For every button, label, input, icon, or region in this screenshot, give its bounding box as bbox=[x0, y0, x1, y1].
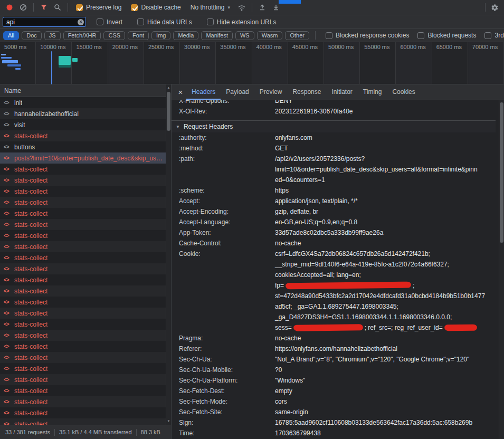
checkbox-blocked-requests[interactable]: Blocked requests bbox=[417, 32, 476, 39]
network-request-row[interactable]: <>stats-collect bbox=[0, 208, 171, 219]
filter-pill-fetch-xhr[interactable]: Fetch/XHR bbox=[63, 31, 101, 40]
request-headers-section[interactable]: ▼Request Headers bbox=[172, 120, 496, 132]
checkbox-label: Preserve log bbox=[86, 4, 121, 11]
timeline-overview[interactable]: 5000 ms10000 ms15000 ms20000 ms25000 ms3… bbox=[0, 42, 504, 84]
disclosure-triangle-icon[interactable]: ▼ bbox=[176, 125, 180, 129]
network-request-row[interactable]: <>init bbox=[0, 97, 171, 108]
header-name: :scheme: bbox=[172, 185, 275, 196]
preserve-log-checkbox[interactable]: Preserve log bbox=[76, 4, 121, 11]
settings-gear-icon[interactable] bbox=[488, 2, 501, 13]
network-request-row[interactable]: <>stats-collect bbox=[0, 385, 171, 396]
scrollbar-thumb[interactable] bbox=[500, 102, 503, 243]
network-request-row[interactable]: <>stats-collect bbox=[0, 219, 171, 230]
scrollbar-thumb[interactable] bbox=[167, 92, 170, 131]
filter-pill-manifest[interactable]: Manifest bbox=[201, 31, 233, 40]
checkbox-box[interactable] bbox=[417, 32, 424, 39]
name-column-header[interactable]: Name bbox=[0, 84, 171, 97]
filter-pill-wasm[interactable]: Wasm bbox=[257, 31, 283, 40]
filter-pill-css[interactable]: CSS bbox=[103, 31, 125, 40]
network-request-row[interactable]: <>stats-collect bbox=[0, 363, 171, 374]
close-icon[interactable]: × bbox=[175, 88, 186, 97]
hide-extension-urls-checkbox[interactable]: Hide extension URLs bbox=[207, 18, 277, 26]
scroll-up-icon[interactable]: ▲ bbox=[166, 85, 171, 91]
network-request-row[interactable]: <>stats-collect bbox=[0, 319, 171, 330]
filter-pill-font[interactable]: Font bbox=[128, 31, 149, 40]
throttling-select[interactable]: No throttling ▾ bbox=[191, 4, 230, 11]
network-request-row[interactable]: <>stats-collect bbox=[0, 263, 171, 274]
tab-initiator[interactable]: Initiator bbox=[326, 84, 357, 100]
request-name: stats-collect bbox=[14, 232, 47, 240]
checkbox-box[interactable] bbox=[207, 18, 214, 25]
import-har-button[interactable] bbox=[256, 2, 269, 13]
checkbox-box[interactable] bbox=[97, 18, 103, 25]
network-request-row[interactable]: <>stats-collect bbox=[0, 330, 171, 341]
network-request-row[interactable]: <>stats-collect bbox=[0, 396, 171, 407]
header-name: Sec-Fetch-Mode: bbox=[172, 396, 275, 407]
scroll-down-icon[interactable]: ▼ bbox=[166, 418, 171, 424]
filter-pill-other[interactable]: Other bbox=[285, 31, 309, 40]
resources-size: 88.3 kB bbox=[141, 429, 160, 435]
header-row: :scheme:https bbox=[172, 185, 496, 196]
filter-pill-doc[interactable]: Doc bbox=[22, 31, 42, 40]
network-request-row[interactable]: <>stats-collect bbox=[0, 341, 171, 352]
search-button[interactable] bbox=[51, 2, 64, 13]
requests-scrollbar[interactable]: ▲ ▼ bbox=[166, 84, 171, 425]
network-conditions-icon[interactable] bbox=[235, 2, 248, 13]
invert-checkbox[interactable]: Invert bbox=[97, 18, 122, 26]
tab-timing[interactable]: Timing bbox=[358, 84, 387, 100]
record-button[interactable] bbox=[3, 2, 16, 13]
filter-input[interactable] bbox=[3, 17, 86, 27]
hide-data-urls-checkbox[interactable]: Hide data URLs bbox=[137, 18, 192, 26]
filter-pill-ws[interactable]: WS bbox=[235, 31, 254, 40]
network-request-row[interactable]: <>stats-collect bbox=[0, 241, 171, 252]
checkbox-blocked-response-cookies[interactable]: Blocked response cookies bbox=[326, 32, 409, 39]
network-request-row[interactable]: <>stats-collect bbox=[0, 230, 171, 241]
file-type-icon: <> bbox=[4, 244, 11, 250]
toolbar-divider bbox=[485, 3, 486, 12]
network-request-row[interactable]: <>stats-collect bbox=[0, 352, 171, 363]
filter-pill-all[interactable]: All bbox=[3, 31, 19, 40]
network-request-row[interactable]: <>stats-collect bbox=[0, 130, 171, 141]
clear-filter-icon[interactable]: ✕ bbox=[78, 19, 84, 25]
network-request-row[interactable]: <>stats-collect bbox=[0, 164, 171, 175]
filter-pill-js[interactable]: JS bbox=[44, 31, 61, 40]
file-type-icon: <> bbox=[4, 343, 11, 349]
network-request-row[interactable]: <>stats-collect bbox=[0, 308, 171, 319]
network-request-row[interactable]: <>stats-collect bbox=[0, 418, 171, 425]
disable-cache-checkbox[interactable]: Disable cache bbox=[131, 4, 180, 11]
file-type-icon: <> bbox=[4, 255, 11, 261]
header-name: X-Frame-Options: bbox=[172, 100, 275, 106]
filter-pill-img[interactable]: Img bbox=[151, 31, 170, 40]
network-request-row[interactable]: <>stats-collect bbox=[0, 186, 171, 197]
timeline-column: 35000 ms bbox=[216, 42, 252, 84]
network-request-row[interactable]: <>stats-collect bbox=[0, 274, 171, 285]
tab-preview[interactable]: Preview bbox=[254, 84, 288, 100]
network-request-row[interactable]: <>stats-collect bbox=[0, 285, 171, 297]
network-request-row[interactable]: <>hannahelizabethofficial bbox=[0, 108, 171, 119]
checkbox-box[interactable] bbox=[76, 4, 83, 11]
network-request-row[interactable]: <>stats-collect bbox=[0, 175, 171, 186]
clear-button[interactable] bbox=[17, 2, 30, 13]
network-request-row[interactable]: <>stats-collect bbox=[0, 297, 171, 308]
tab-headers[interactable]: Headers bbox=[186, 84, 221, 100]
network-request-row[interactable]: <>stats-collect bbox=[0, 374, 171, 385]
timeline-tick-label: 25000 ms bbox=[148, 44, 174, 50]
filter-pill-media[interactable]: Media bbox=[173, 31, 198, 40]
tab-payload[interactable]: Payload bbox=[221, 84, 254, 100]
filter-toggle-button[interactable] bbox=[37, 2, 50, 13]
network-request-row[interactable]: <>posts?limit=10&order=publish_date_desc… bbox=[0, 152, 171, 164]
network-request-row[interactable]: <>buttons bbox=[0, 141, 171, 152]
checkbox-box[interactable] bbox=[484, 32, 491, 39]
tab-response[interactable]: Response bbox=[287, 84, 326, 100]
network-request-row[interactable]: <>stats-collect bbox=[0, 252, 171, 263]
checkbox-box[interactable] bbox=[131, 4, 138, 11]
network-request-row[interactable]: <>stats-collect bbox=[0, 197, 171, 208]
network-request-row[interactable]: <>stats-collect bbox=[0, 407, 171, 418]
details-scrollbar[interactable] bbox=[499, 100, 504, 439]
timeline-tick-label: 70000 ms bbox=[472, 44, 498, 50]
network-request-row[interactable]: <>visit bbox=[0, 119, 171, 130]
checkbox-3rd-party-requests[interactable]: 3rd-party requests bbox=[484, 32, 504, 39]
tab-cookies[interactable]: Cookies bbox=[387, 84, 420, 100]
checkbox-box[interactable] bbox=[326, 32, 332, 39]
checkbox-box[interactable] bbox=[137, 18, 144, 25]
